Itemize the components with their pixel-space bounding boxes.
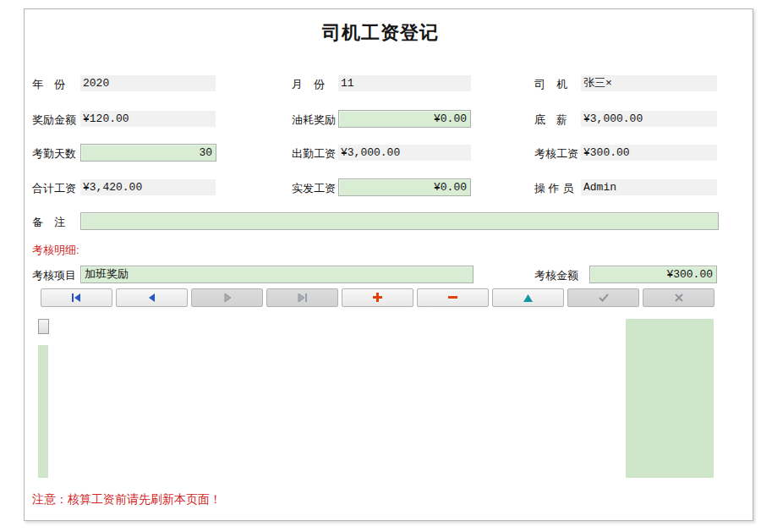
record-navigator-toolbar [41, 288, 714, 307]
prior-record-icon [148, 292, 156, 304]
attendance-salary-field: ¥3,000.00 [338, 145, 471, 161]
year-field: 2020 [80, 75, 216, 91]
year-label: 年 份 [32, 77, 65, 92]
nav-cancel-button[interactable] [643, 288, 714, 307]
actual-salary-input[interactable]: ¥0.00 [338, 178, 471, 196]
driver-label: 司 机 [534, 77, 567, 92]
total-salary-label: 合计工资 [32, 181, 76, 196]
attendance-days-label: 考勤天数 [32, 146, 76, 162]
refresh-warning-note: 注意：核算工资前请先刷新本页面！ [32, 492, 222, 507]
next-record-icon [223, 292, 232, 304]
delete-record-icon [448, 292, 457, 304]
remark-input[interactable] [80, 212, 719, 230]
operator-label: 操 作 员 [534, 181, 573, 196]
assessment-amount-label: 考核金额 [534, 268, 578, 283]
nav-first-button[interactable] [41, 288, 112, 307]
cancel-edit-icon [675, 292, 683, 304]
assessment-salary-label: 考核工资 [534, 146, 578, 162]
assessment-amount-input[interactable]: ¥300.00 [589, 266, 717, 283]
operator-field: Admin [581, 179, 717, 195]
nav-delete-button[interactable] [417, 288, 489, 307]
insert-record-icon [373, 292, 382, 304]
attendance-salary-label: 出勤工资 [292, 146, 336, 162]
month-label: 月 份 [292, 77, 325, 92]
assessment-item-label: 考核项目 [32, 268, 76, 283]
assessment-salary-field: ¥300.00 [581, 145, 717, 161]
actual-salary-label: 实发工资 [292, 181, 336, 196]
edit-record-icon [523, 292, 533, 304]
nav-insert-button[interactable] [342, 288, 413, 307]
reward-field: ¥120.00 [80, 111, 216, 127]
grid-side-panel [626, 319, 714, 478]
assessment-item-input[interactable]: 加班奖励 [80, 266, 474, 283]
fuel-bonus-label: 油耗奖励 [292, 112, 336, 128]
fuel-bonus-input[interactable]: ¥0.00 [338, 110, 471, 128]
total-salary-field: ¥3,420.00 [80, 179, 216, 195]
first-record-icon [71, 292, 82, 304]
reward-label: 奖励金额 [32, 112, 76, 128]
attendance-days-input[interactable]: 30 [80, 144, 216, 162]
base-salary-field: ¥3,000.00 [581, 111, 717, 127]
nav-post-button[interactable] [567, 288, 639, 307]
remark-label: 备 注 [32, 215, 65, 230]
base-salary-label: 底 薪 [534, 112, 567, 128]
nav-last-button[interactable] [266, 288, 338, 307]
driver-field: 张三× [581, 75, 717, 91]
nav-edit-button[interactable] [492, 288, 564, 307]
last-record-icon [297, 292, 308, 304]
page-title: 司机工资登记 [0, 20, 761, 46]
post-edit-icon [599, 292, 609, 304]
assessment-detail-heading: 考核明细: [32, 243, 79, 258]
grid-corner-indicator [38, 319, 49, 334]
nav-prior-button[interactable] [116, 288, 188, 307]
driver-salary-form-page: 司机工资登记 年 份 2020 月 份 11 司 机 张三× 奖励金额 ¥120… [0, 0, 761, 532]
month-field: 11 [338, 75, 471, 91]
nav-next-button[interactable] [191, 288, 263, 307]
grid-indicator-column [38, 345, 48, 478]
